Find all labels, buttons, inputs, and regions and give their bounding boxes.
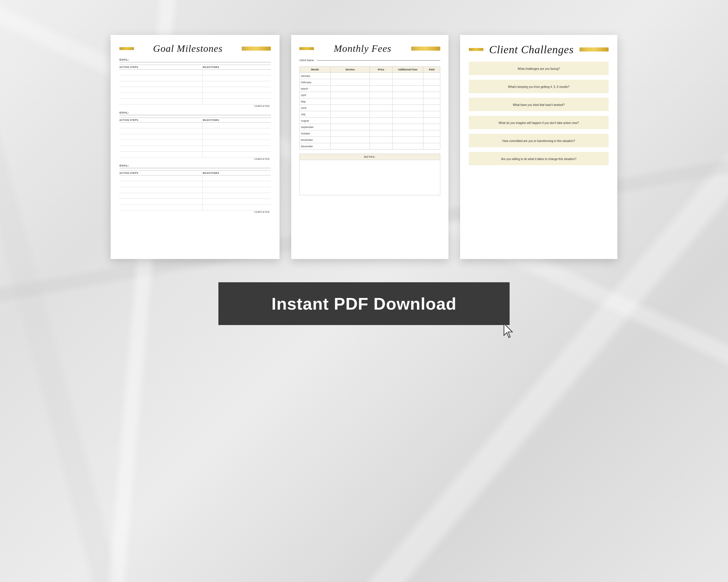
- cta-banner[interactable]: Instant PDF Download: [218, 282, 510, 325]
- table-row: [120, 151, 271, 158]
- cta-text: Instant PDF Download: [271, 294, 456, 313]
- completed-label-1: COMPLETED: [254, 105, 270, 107]
- paid-cell: [423, 105, 440, 111]
- fees-table: Month Service Price Additional Fees Paid…: [300, 66, 440, 149]
- action-milestones-header-1: ACTION STEPS MILESTONES: [120, 64, 271, 70]
- price-cell: [370, 99, 392, 105]
- client-name-row: Client Name:: [300, 59, 440, 62]
- table-row: April: [300, 92, 440, 99]
- action-cell: [120, 187, 203, 193]
- action-cell: [120, 122, 203, 128]
- service-cell: [331, 73, 370, 79]
- challenges-page-title: Client Challenges: [489, 43, 574, 56]
- completed-label-2: COMPLETED: [254, 158, 270, 160]
- challenge-card-5: How committed are you to transforming in…: [469, 134, 608, 147]
- goal-label-3: GOAL:: [120, 164, 271, 167]
- additional-fees-cell: [392, 73, 423, 79]
- table-header-row: Month Service Price Additional Fees Paid: [300, 67, 440, 73]
- price-cell: [370, 111, 392, 117]
- action-cell: [120, 199, 203, 204]
- paid-cell: [423, 130, 440, 137]
- challenge-question-4: What do you imagine will happen if you d…: [498, 121, 579, 124]
- milestone-cell: [203, 122, 271, 128]
- paid-cell: [423, 99, 440, 105]
- month-cell: October: [300, 130, 331, 137]
- gold-bar-right-1: [242, 47, 271, 51]
- table-row: [120, 175, 271, 181]
- action-cell: [120, 75, 203, 81]
- month-cell: September: [300, 124, 331, 130]
- month-cell: July: [300, 111, 331, 117]
- paid-cell: [423, 79, 440, 86]
- paid-cell: [423, 124, 440, 130]
- table-row: October: [300, 130, 440, 137]
- table-row: [120, 122, 271, 128]
- milestone-cell: [203, 70, 271, 75]
- table-row: [120, 134, 271, 140]
- additional-fees-cell: [392, 124, 423, 130]
- challenge-card-6: Are you willing to do what it takes to c…: [469, 152, 608, 165]
- action-cell: [120, 193, 203, 198]
- additional-fees-cell: [392, 137, 423, 143]
- table-row: February: [300, 79, 440, 86]
- action-cell: [120, 70, 203, 75]
- additional-fees-cell: [392, 99, 423, 105]
- paid-cell: [423, 92, 440, 99]
- table-row: March: [300, 86, 440, 92]
- action-col-header-1: ACTION STEPS: [120, 66, 203, 68]
- table-row: January: [300, 73, 440, 79]
- action-cell: [120, 151, 203, 157]
- service-cell: [331, 130, 370, 137]
- page-client-challenges: Client Challenges What challenges are yo…: [460, 35, 617, 259]
- notes-header: NOTES:: [300, 154, 440, 160]
- notes-body: [300, 160, 440, 195]
- completed-row-3: COMPLETED: [120, 211, 271, 214]
- month-cell: March: [300, 86, 331, 92]
- paid-cell: [423, 111, 440, 117]
- action-cell: [120, 175, 203, 181]
- header-left-accent: [120, 47, 134, 50]
- header-left-accent-2: [300, 47, 314, 50]
- milestone-cell: [203, 128, 271, 134]
- month-cell: November: [300, 137, 331, 143]
- paid-header: Paid: [423, 67, 440, 73]
- table-row: [120, 81, 271, 87]
- challenge-cards-container: What challenges are you facing?What's ke…: [469, 62, 608, 165]
- table-row: August: [300, 117, 440, 124]
- milestone-cell: [203, 81, 271, 87]
- milestone-cell: [203, 93, 271, 99]
- challenge-question-3: What have you tried that hasn't worked?: [513, 103, 565, 107]
- milestone-cell: [203, 175, 271, 181]
- pages-row: Goal Milestones GOAL: ACTION STEPS MILES…: [111, 35, 617, 259]
- table-row: [120, 146, 271, 151]
- goal-underline-1: [120, 62, 271, 62]
- challenges-page-header: Client Challenges: [469, 43, 608, 56]
- goal-page-header: Goal Milestones: [120, 43, 271, 54]
- milestone-cell: [203, 75, 271, 81]
- month-cell: February: [300, 79, 331, 86]
- challenge-card-2: What's keeping you from getting 4, 5, 6 …: [469, 80, 608, 93]
- table-row: [120, 140, 271, 146]
- action-cell: [120, 87, 203, 92]
- action-milestones-header-2: ACTION STEPS MILESTONES: [120, 117, 271, 122]
- table-row: [120, 128, 271, 134]
- price-cell: [370, 79, 392, 86]
- service-cell: [331, 79, 370, 86]
- gold-dots-left-2: [300, 47, 314, 50]
- action-cell: [120, 134, 203, 140]
- month-cell: June: [300, 105, 331, 111]
- service-cell: [331, 111, 370, 117]
- table-row: [120, 87, 271, 93]
- service-cell: [331, 105, 370, 111]
- milestone-cell: [203, 187, 271, 193]
- table-row: [120, 181, 271, 187]
- gold-dots-left-3: [469, 48, 484, 51]
- month-cell: May: [300, 99, 331, 105]
- paid-cell: [423, 137, 440, 143]
- milestone-cell: [203, 99, 271, 104]
- paid-cell: [423, 117, 440, 124]
- page-monthly-fees: Monthly Fees Client Name: Month Service …: [291, 35, 448, 259]
- action-milestone-rows-1: [120, 70, 271, 105]
- price-cell: [370, 124, 392, 130]
- page-goal-milestones: Goal Milestones GOAL: ACTION STEPS MILES…: [111, 35, 280, 259]
